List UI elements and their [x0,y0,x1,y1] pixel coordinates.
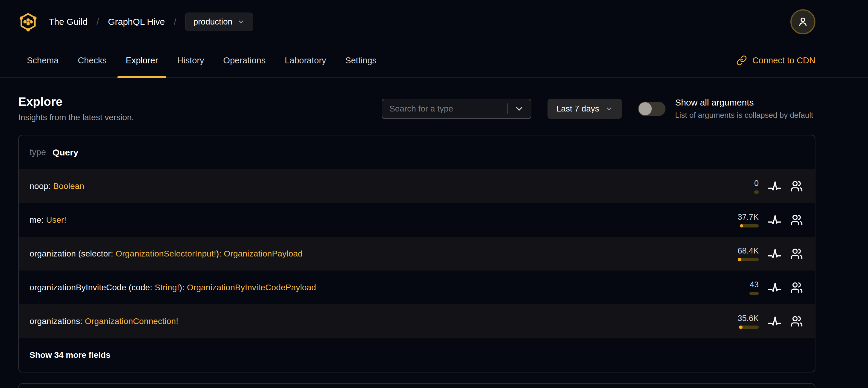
breadcrumb-project[interactable]: GraphQL Hive [108,17,165,27]
field-consumers-icon[interactable] [790,214,803,226]
field-name: organizationByInviteCode ( [30,283,131,292]
breadcrumb-org[interactable]: The Guild [49,17,88,27]
request-count: 43 [750,280,759,289]
field-activity-icon[interactable] [768,179,781,193]
period-select[interactable]: Last 7 days [548,99,622,119]
arg-name: code: [131,283,154,292]
field-return-type: OrganizationPayload [224,249,303,258]
arg-type: String! [155,283,179,292]
chevron-down-icon [605,105,613,113]
field-stats: 68.4K [719,246,803,261]
field-return-type: User! [46,215,66,225]
target-selector[interactable]: production [185,12,253,31]
tab-laboratory[interactable]: Laboratory [285,43,326,77]
tab-label: Operations [223,56,266,65]
field-stats: 43 [719,280,803,295]
field-list: noop: Boolean 0 me: User! 37. [19,169,815,338]
field-usage-metric: 68.4K [719,246,759,261]
toggle-title: Show all arguments [675,97,815,108]
tab-list: Schema Checks Explorer History Operation… [27,43,377,77]
tab-checks[interactable]: Checks [78,43,106,77]
search-divider [507,103,508,114]
user-avatar[interactable] [790,9,815,34]
field-stats: 35.6K [719,314,803,329]
field-signature: noop: Boolean [30,181,84,191]
type-search-input[interactable] [382,99,531,118]
type-name: Query [53,147,79,157]
tab-explorer[interactable]: Explorer [126,43,158,77]
usage-bar [754,190,759,194]
field-row[interactable]: organizationByInviteCode (code: String!)… [19,271,815,304]
next-type-card-stub [18,383,815,388]
page-title: Explore [18,95,134,109]
toggle-description: List of arguments is collapsed by defaul… [675,111,815,120]
field-name: organization ( [30,249,81,258]
breadcrumb-separator: / [96,17,99,27]
show-all-arguments-toggle[interactable] [638,101,665,116]
target-selector-value: production [193,17,232,27]
field-return-type: OrganizationConnection! [85,317,178,326]
request-count: 35.6K [738,314,759,323]
usage-bar [738,258,759,261]
field-stats: 0 [719,179,803,194]
page-heading: Explore Insights from the latest version… [18,95,134,122]
field-usage-metric: 35.6K [719,314,759,329]
field-activity-icon[interactable] [768,281,781,294]
tab-label: Laboratory [285,56,326,65]
top-bar: The Guild / GraphQL Hive / production [0,0,868,43]
period-select-value: Last 7 days [556,104,599,114]
field-stats: 37.7K [719,212,803,228]
page-subtitle: Insights from the latest version. [18,113,134,122]
field-name: organizations: [30,317,85,326]
type-search-combobox [382,99,531,119]
usage-bar [739,326,759,329]
arg-name: selector: [81,249,116,258]
toggle-knob [639,102,652,115]
tab-history[interactable]: History [177,43,204,77]
tab-label: History [177,56,204,65]
hive-logo-icon[interactable] [18,12,38,32]
connect-to-cdn-label: Connect to CDN [752,56,815,65]
connect-to-cdn-button[interactable]: Connect to CDN [736,55,815,66]
field-activity-icon[interactable] [768,213,781,227]
usage-bar [740,224,759,228]
field-activity-icon[interactable] [768,315,781,328]
search-chevron-down-icon[interactable] [514,104,524,114]
tab-schema[interactable]: Schema [27,43,59,77]
app-root: The Guild / GraphQL Hive / production Sc… [0,0,868,388]
type-card-header: type Query [19,136,815,169]
tab-label: Checks [78,56,106,65]
breadcrumb: The Guild / GraphQL Hive / production [18,12,253,32]
field-consumers-icon[interactable] [790,247,803,260]
field-return-type: Boolean [53,181,84,191]
type-card-query: type Query noop: Boolean 0 [18,135,815,372]
field-row[interactable]: organizations: OrganizationConnection! 3… [19,304,815,338]
field-activity-icon[interactable] [768,247,781,261]
field-consumers-icon[interactable] [790,315,803,328]
toggle-labels: Show all arguments List of arguments is … [675,97,815,120]
field-row[interactable]: me: User! 37.7K [19,203,815,237]
request-count: 68.4K [738,246,759,256]
field-row[interactable]: noop: Boolean 0 [19,169,815,203]
field-name: noop: [30,181,53,191]
field-consumers-icon[interactable] [790,180,803,192]
usage-bar [749,292,759,295]
field-usage-metric: 0 [719,179,759,194]
arg-type: OrganizationSelectorInput! [116,249,216,258]
chevron-down-icon [237,18,245,26]
tab-operations[interactable]: Operations [223,43,266,77]
link-icon [736,55,747,66]
explorer-controls: Last 7 days Show all arguments List of a… [382,97,815,120]
field-signature: organizationByInviteCode (code: String!)… [30,283,316,292]
tabs-nav: Schema Checks Explorer History Operation… [0,43,868,78]
request-count: 0 [754,179,759,188]
show-more-fields-button[interactable]: Show 34 more fields [19,338,815,372]
field-signature: organizations: OrganizationConnection! [30,317,178,326]
person-icon [797,16,809,28]
field-consumers-icon[interactable] [790,281,803,294]
args-close: ): [179,283,187,292]
type-kind-label: type [30,147,46,157]
field-row[interactable]: organization (selector: OrganizationSele… [19,237,815,271]
tab-settings[interactable]: Settings [345,43,377,77]
tab-label: Settings [345,56,377,65]
